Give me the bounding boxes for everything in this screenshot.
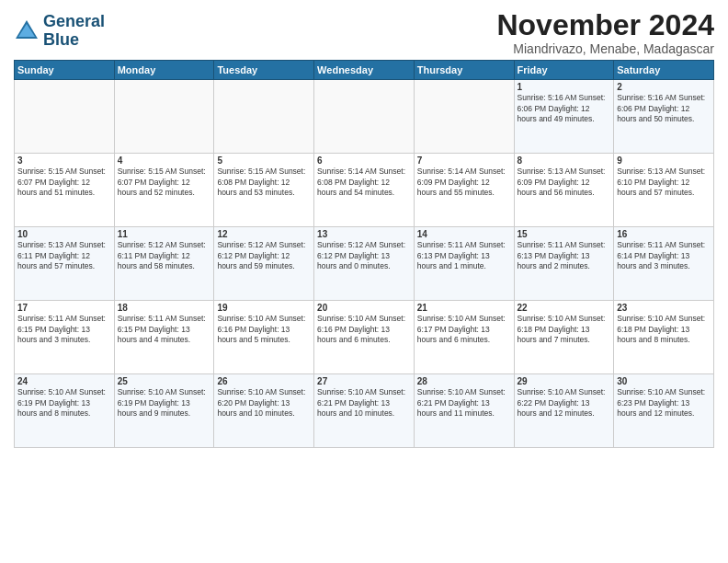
cell-info: Sunrise: 5:10 AM Sunset: 6:23 PM Dayligh… (617, 387, 711, 419)
calendar-cell: 5Sunrise: 5:15 AM Sunset: 6:08 PM Daylig… (214, 154, 314, 227)
title-block: November 2024 Miandrivazo, Menabe, Madag… (496, 9, 714, 56)
day-number: 6 (317, 155, 411, 166)
location-subtitle: Miandrivazo, Menabe, Madagascar (496, 41, 714, 56)
calendar-cell: 9Sunrise: 5:13 AM Sunset: 6:10 PM Daylig… (614, 154, 714, 227)
day-number: 4 (118, 155, 211, 166)
calendar-cell: 26Sunrise: 5:10 AM Sunset: 6:20 PM Dayli… (214, 374, 314, 448)
calendar-cell: 11Sunrise: 5:12 AM Sunset: 6:11 PM Dayli… (114, 227, 214, 301)
cell-info: Sunrise: 5:12 AM Sunset: 6:11 PM Dayligh… (118, 240, 211, 271)
cell-info: Sunrise: 5:14 AM Sunset: 6:08 PM Dayligh… (317, 167, 411, 198)
calendar-cell: 15Sunrise: 5:11 AM Sunset: 6:13 PM Dayli… (514, 227, 614, 301)
cell-info: Sunrise: 5:10 AM Sunset: 6:19 PM Dayligh… (118, 387, 211, 419)
calendar-week-row: 1Sunrise: 5:16 AM Sunset: 6:06 PM Daylig… (15, 80, 714, 154)
cell-info: Sunrise: 5:10 AM Sunset: 6:21 PM Dayligh… (317, 387, 411, 419)
day-number: 26 (217, 376, 311, 386)
weekday-header: Sunday (15, 61, 115, 80)
cell-info: Sunrise: 5:10 AM Sunset: 6:18 PM Dayligh… (617, 314, 711, 345)
weekday-header-row: SundayMondayTuesdayWednesdayThursdayFrid… (15, 61, 714, 80)
day-number: 13 (317, 229, 411, 239)
calendar-cell: 8Sunrise: 5:13 AM Sunset: 6:09 PM Daylig… (514, 154, 614, 227)
cell-info: Sunrise: 5:11 AM Sunset: 6:15 PM Dayligh… (118, 314, 211, 345)
day-number: 14 (417, 229, 511, 239)
weekday-header: Tuesday (214, 61, 314, 80)
cell-info: Sunrise: 5:10 AM Sunset: 6:16 PM Dayligh… (317, 314, 411, 345)
weekday-header: Saturday (614, 61, 714, 80)
cell-info: Sunrise: 5:10 AM Sunset: 6:18 PM Dayligh… (518, 314, 611, 345)
day-number: 18 (118, 303, 211, 313)
calendar-cell: 2Sunrise: 5:16 AM Sunset: 6:06 PM Daylig… (614, 80, 714, 154)
calendar-cell: 27Sunrise: 5:10 AM Sunset: 6:21 PM Dayli… (314, 374, 415, 448)
day-number: 21 (417, 303, 511, 313)
logo-icon (14, 18, 40, 44)
day-number: 28 (417, 376, 511, 386)
cell-info: Sunrise: 5:16 AM Sunset: 6:06 PM Dayligh… (617, 93, 711, 124)
day-number: 29 (518, 376, 611, 386)
calendar-cell: 1Sunrise: 5:16 AM Sunset: 6:06 PM Daylig… (514, 80, 614, 154)
header: General Blue November 2024 Miandrivazo, … (14, 9, 714, 56)
cell-info: Sunrise: 5:10 AM Sunset: 6:22 PM Dayligh… (518, 387, 611, 419)
day-number: 12 (217, 229, 311, 239)
cell-info: Sunrise: 5:11 AM Sunset: 6:14 PM Dayligh… (617, 240, 711, 271)
weekday-header: Thursday (414, 61, 514, 80)
cell-info: Sunrise: 5:11 AM Sunset: 6:13 PM Dayligh… (518, 240, 611, 271)
calendar-cell: 17Sunrise: 5:11 AM Sunset: 6:15 PM Dayli… (15, 301, 115, 374)
day-number: 3 (17, 155, 111, 166)
calendar-cell: 4Sunrise: 5:15 AM Sunset: 6:07 PM Daylig… (114, 154, 214, 227)
day-number: 22 (518, 303, 611, 313)
calendar-cell: 19Sunrise: 5:10 AM Sunset: 6:16 PM Dayli… (214, 301, 314, 374)
cell-info: Sunrise: 5:13 AM Sunset: 6:09 PM Dayligh… (518, 167, 611, 198)
day-number: 15 (518, 229, 611, 239)
day-number: 2 (617, 82, 711, 92)
cell-info: Sunrise: 5:10 AM Sunset: 6:16 PM Dayligh… (217, 314, 311, 345)
calendar-cell: 10Sunrise: 5:13 AM Sunset: 6:11 PM Dayli… (15, 227, 115, 301)
calendar-cell (15, 80, 115, 154)
calendar-cell: 20Sunrise: 5:10 AM Sunset: 6:16 PM Dayli… (314, 301, 415, 374)
day-number: 7 (417, 155, 511, 166)
cell-info: Sunrise: 5:15 AM Sunset: 6:08 PM Dayligh… (217, 167, 311, 198)
weekday-header: Friday (514, 61, 614, 80)
cell-info: Sunrise: 5:15 AM Sunset: 6:07 PM Dayligh… (118, 167, 211, 198)
day-number: 19 (217, 303, 311, 313)
month-title: November 2024 (496, 9, 714, 41)
cell-info: Sunrise: 5:16 AM Sunset: 6:06 PM Dayligh… (518, 93, 611, 124)
calendar-week-row: 17Sunrise: 5:11 AM Sunset: 6:15 PM Dayli… (15, 301, 714, 374)
weekday-header: Monday (114, 61, 214, 80)
calendar-cell: 13Sunrise: 5:12 AM Sunset: 6:12 PM Dayli… (314, 227, 415, 301)
calendar-cell: 18Sunrise: 5:11 AM Sunset: 6:15 PM Dayli… (114, 301, 214, 374)
day-number: 17 (17, 303, 111, 313)
cell-info: Sunrise: 5:10 AM Sunset: 6:20 PM Dayligh… (217, 387, 311, 419)
calendar-week-row: 10Sunrise: 5:13 AM Sunset: 6:11 PM Dayli… (15, 227, 714, 301)
cell-info: Sunrise: 5:12 AM Sunset: 6:12 PM Dayligh… (217, 240, 311, 271)
calendar-cell: 14Sunrise: 5:11 AM Sunset: 6:13 PM Dayli… (414, 227, 514, 301)
page-container: General Blue November 2024 Miandrivazo, … (0, 0, 728, 457)
day-number: 30 (617, 376, 711, 386)
day-number: 11 (118, 229, 211, 239)
calendar-cell: 22Sunrise: 5:10 AM Sunset: 6:18 PM Dayli… (514, 301, 614, 374)
cell-info: Sunrise: 5:13 AM Sunset: 6:11 PM Dayligh… (17, 240, 111, 271)
day-number: 20 (317, 303, 411, 313)
calendar-cell: 24Sunrise: 5:10 AM Sunset: 6:19 PM Dayli… (15, 374, 115, 448)
cell-info: Sunrise: 5:14 AM Sunset: 6:09 PM Dayligh… (417, 167, 511, 198)
day-number: 27 (317, 376, 411, 386)
cell-info: Sunrise: 5:10 AM Sunset: 6:21 PM Dayligh… (417, 387, 511, 419)
calendar-cell: 12Sunrise: 5:12 AM Sunset: 6:12 PM Dayli… (214, 227, 314, 301)
calendar-cell (414, 80, 514, 154)
cell-info: Sunrise: 5:10 AM Sunset: 6:17 PM Dayligh… (417, 314, 511, 345)
day-number: 5 (217, 155, 311, 166)
calendar-cell: 30Sunrise: 5:10 AM Sunset: 6:23 PM Dayli… (614, 374, 714, 448)
calendar-cell (114, 80, 214, 154)
day-number: 24 (17, 376, 111, 386)
cell-info: Sunrise: 5:15 AM Sunset: 6:07 PM Dayligh… (17, 167, 111, 198)
calendar-cell: 21Sunrise: 5:10 AM Sunset: 6:17 PM Dayli… (414, 301, 514, 374)
calendar-cell (314, 80, 415, 154)
day-number: 25 (118, 376, 211, 386)
calendar-cell: 28Sunrise: 5:10 AM Sunset: 6:21 PM Dayli… (414, 374, 514, 448)
calendar-cell: 23Sunrise: 5:10 AM Sunset: 6:18 PM Dayli… (614, 301, 714, 374)
calendar-cell: 16Sunrise: 5:11 AM Sunset: 6:14 PM Dayli… (614, 227, 714, 301)
calendar-cell (214, 80, 314, 154)
calendar-cell: 25Sunrise: 5:10 AM Sunset: 6:19 PM Dayli… (114, 374, 214, 448)
day-number: 23 (617, 303, 711, 313)
calendar-cell: 3Sunrise: 5:15 AM Sunset: 6:07 PM Daylig… (15, 154, 115, 227)
cell-info: Sunrise: 5:13 AM Sunset: 6:10 PM Dayligh… (617, 167, 711, 198)
logo: General Blue (14, 13, 105, 50)
